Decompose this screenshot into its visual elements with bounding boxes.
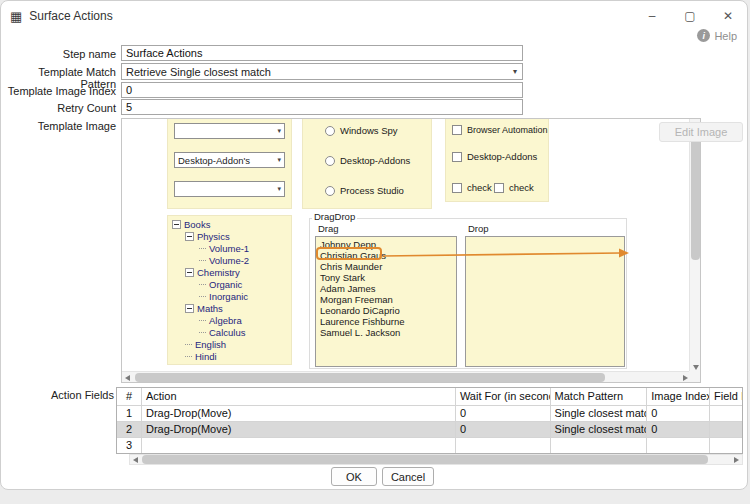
retry-count-input[interactable]	[121, 99, 523, 115]
cell-action[interactable]: Drag-Drop(Move)	[142, 406, 456, 421]
preview-combo-2[interactable]: Desktop-Addon's ▾	[174, 152, 285, 168]
tree-node-algebra[interactable]: Algebra	[169, 314, 290, 326]
cell-action[interactable]	[142, 438, 456, 453]
tree-node-maths[interactable]: Maths	[169, 302, 290, 314]
window-controls: – ▢ ✕	[633, 1, 747, 31]
checkbox-label: Browser Automation	[467, 125, 548, 135]
preview-horizontal-scrollbar[interactable]	[122, 371, 691, 382]
match-pattern-select[interactable]: Retrieve Single closest match ▾	[121, 63, 523, 80]
checkbox-label: check	[509, 182, 534, 193]
chevron-down-icon: ▾	[277, 185, 281, 193]
cell-index[interactable]: 0	[647, 422, 710, 437]
cell-wait[interactable]: 0	[456, 422, 551, 437]
row-num: 3	[117, 438, 142, 453]
tree-node-english[interactable]: English	[169, 338, 290, 350]
scrollbar-corner	[689, 371, 700, 382]
drop-target-area[interactable]	[465, 236, 625, 367]
tree-leaf-dash	[185, 356, 192, 357]
cell-pattern[interactable]	[551, 438, 648, 453]
help-label: Help	[714, 30, 737, 42]
check-2[interactable]: check	[494, 182, 534, 193]
match-pattern-value: Retrieve Single closest match	[126, 66, 271, 78]
ok-button[interactable]: OK	[331, 467, 377, 486]
title-bar: ▦ Surface Actions – ▢ ✕	[1, 1, 747, 31]
action-fields-table: # Action Wait For (in seconds) Match Pat…	[116, 387, 743, 454]
cell-index[interactable]	[647, 438, 710, 453]
vertical-scroll-thumb[interactable]	[691, 132, 700, 260]
tree-node-hindi[interactable]: Hindi	[169, 350, 290, 362]
table-row-selected[interactable]: 2 Drag-Drop(Move) 0 Single closest match…	[117, 421, 742, 437]
horizontal-scroll-thumb[interactable]	[142, 455, 708, 464]
cell-pattern[interactable]: Single closest match	[551, 406, 648, 421]
cell-index[interactable]: 0	[647, 406, 710, 421]
col-header-info: Field Infor	[710, 388, 742, 405]
tree-leaf-dash	[185, 344, 192, 345]
minimize-icon[interactable]: –	[633, 1, 671, 31]
radio-windows-spy[interactable]: Windows Spy	[325, 125, 398, 136]
tree-collapse-icon[interactable]	[172, 220, 181, 229]
radio-process-studio[interactable]: Process Studio	[325, 185, 404, 196]
edit-image-button[interactable]: Edit Image	[659, 122, 743, 142]
check-1[interactable]: check	[452, 182, 492, 193]
preview-vertical-scrollbar[interactable]	[689, 119, 700, 373]
image-index-input[interactable]	[121, 82, 523, 98]
tree-collapse-icon[interactable]	[185, 268, 194, 277]
tree-node-volume-1[interactable]: Volume-1	[169, 242, 290, 254]
checkbox-label: Desktop-Addons	[467, 151, 537, 162]
radio-icon	[325, 186, 335, 196]
maximize-icon[interactable]: ▢	[671, 1, 709, 31]
radio-desktop-addons[interactable]: Desktop-Addons	[325, 155, 410, 166]
tree-node-chemistry[interactable]: Chemistry	[169, 266, 290, 278]
drag-list-item[interactable]: Adam James	[316, 283, 456, 294]
tree-node-physics[interactable]: Physics	[169, 230, 290, 242]
tree-node-books[interactable]: Books	[169, 218, 290, 230]
drag-list-item[interactable]: Samuel L. Jackson	[316, 327, 456, 338]
col-header-index: Image Index	[647, 388, 710, 405]
check-browser-automation[interactable]: Browser Automation	[452, 125, 548, 135]
table-row[interactable]: 1 Drag-Drop(Move) 0 Single closest match…	[117, 405, 742, 421]
drag-list-item[interactable]: Tony Stark	[316, 272, 456, 283]
scroll-left-icon[interactable]	[130, 454, 141, 465]
scroll-left-icon[interactable]	[122, 372, 133, 383]
template-image-preview[interactable]: ▾ Desktop-Addon's ▾ ▾ Windows Spy Deskto…	[121, 118, 701, 383]
retry-count-label: Retry Count	[1, 102, 116, 114]
col-header-pattern: Match Pattern	[551, 388, 648, 405]
cell-wait[interactable]: 0	[456, 406, 551, 421]
step-name-label: Step name	[1, 48, 116, 60]
tree-node-organic[interactable]: Organic	[169, 278, 290, 290]
drag-list-item[interactable]: Laurence Fishburne	[316, 316, 456, 327]
drag-list-item[interactable]: Morgan Freeman	[316, 294, 456, 305]
tree-leaf-dash	[199, 296, 206, 297]
step-name-input[interactable]	[121, 45, 523, 61]
cell-info[interactable]	[710, 406, 742, 421]
cell-action[interactable]: Drag-Drop(Move)	[142, 422, 456, 437]
col-header-num: #	[117, 388, 142, 405]
app-icon: ▦	[10, 10, 22, 23]
table-row[interactable]: 3	[117, 437, 742, 453]
tree-node-inorganic[interactable]: Inorganic	[169, 290, 290, 302]
radio-icon	[325, 156, 335, 166]
cancel-button[interactable]: Cancel	[382, 467, 434, 486]
horizontal-scroll-thumb[interactable]	[135, 373, 605, 382]
table-horizontal-scrollbar[interactable]	[129, 454, 743, 465]
cell-wait[interactable]	[456, 438, 551, 453]
check-desktop-addons[interactable]: Desktop-Addons	[452, 151, 537, 162]
image-index-label: Template Image Index	[1, 85, 116, 97]
tree-node-calculus[interactable]: Calculus	[169, 326, 290, 338]
tree-collapse-icon[interactable]	[185, 304, 194, 313]
help-link[interactable]: i Help	[697, 29, 737, 42]
cell-pattern[interactable]: Single closest match	[551, 422, 648, 437]
info-icon: i	[697, 29, 710, 42]
cell-info[interactable]	[710, 422, 742, 437]
drag-list-item[interactable]: Chris Maunder	[316, 261, 456, 272]
preview-combo-1[interactable]: ▾	[174, 123, 285, 139]
tree-collapse-icon[interactable]	[185, 232, 194, 241]
checkbox-icon	[452, 152, 462, 162]
scroll-right-icon[interactable]	[731, 454, 742, 465]
drag-list-item[interactable]: Leonardo DiCaprio	[316, 305, 456, 316]
cell-info[interactable]	[710, 438, 742, 453]
preview-combo-3[interactable]: ▾	[174, 181, 285, 197]
checkbox-icon	[494, 183, 504, 193]
close-icon[interactable]: ✕	[709, 1, 747, 31]
tree-node-volume-2[interactable]: Volume-2	[169, 254, 290, 266]
